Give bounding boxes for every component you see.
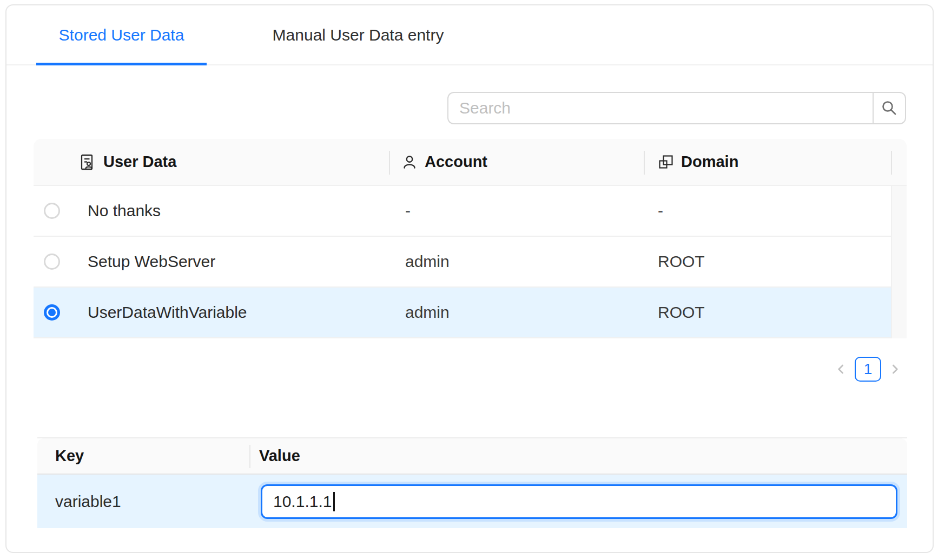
cell-user-data: No thanks [70, 202, 389, 220]
column-header-value: Value [249, 438, 300, 474]
person-icon [401, 154, 418, 170]
pagination-previous-button[interactable] [832, 358, 850, 381]
column-label-user-data: User Data [103, 153, 176, 171]
variables-table-header: Key Value [37, 438, 907, 475]
column-label-domain: Domain [681, 153, 738, 171]
tab-stored-user-data[interactable]: Stored User Data [36, 5, 207, 64]
cell-account: admin [389, 303, 644, 322]
overlapping-squares-icon [658, 154, 674, 170]
chevron-right-icon [888, 362, 902, 376]
cell-domain: ROOT [644, 252, 875, 271]
search-bar [447, 92, 906, 124]
cell-user-data: Setup WebServer [70, 252, 389, 271]
header-scrollbar-spacer [891, 139, 907, 185]
variable-value-input[interactable]: 10.1.1.1 [261, 484, 897, 519]
variables-table: Key Value variable1 10.1.1.1 [37, 437, 907, 528]
user-data-dialog: Stored User Data Manual User Data entry [5, 4, 934, 553]
text-cursor [333, 492, 335, 511]
column-header-account: Account [389, 139, 644, 185]
user-data-document-icon [79, 154, 96, 171]
radio-selected[interactable] [44, 304, 60, 321]
search-input[interactable] [447, 92, 873, 124]
table-row-setup-webserver[interactable]: Setup WebServer admin ROOT [34, 237, 907, 288]
table-scrollbar-track[interactable] [891, 186, 907, 338]
cell-user-data: UserDataWithVariable [70, 303, 389, 322]
column-header-key: Key [37, 447, 249, 465]
chevron-left-icon [834, 362, 848, 376]
cell-domain: ROOT [644, 303, 875, 322]
table-row-userdatawithvariable[interactable]: UserDataWithVariable admin ROOT [34, 288, 907, 338]
cell-domain: - [644, 202, 875, 220]
column-header-user-data: User Data [34, 139, 389, 185]
pagination-next-button[interactable] [886, 358, 904, 381]
cell-account: admin [389, 252, 644, 271]
pagination-page-1[interactable]: 1 [855, 357, 881, 382]
table-row-no-thanks[interactable]: No thanks - - [34, 186, 907, 237]
tab-bar: Stored User Data Manual User Data entry [6, 5, 933, 65]
search-button[interactable] [873, 92, 906, 124]
variable-row: variable1 10.1.1.1 [37, 475, 907, 528]
tab-manual-user-data-entry[interactable]: Manual User Data entry [261, 5, 455, 64]
active-tab-indicator [36, 63, 207, 65]
column-header-domain: Domain [644, 139, 891, 185]
variable-key-label: variable1 [37, 492, 249, 511]
user-data-table: User Data Account Domain [34, 139, 907, 338]
user-data-table-header: User Data Account Domain [34, 139, 907, 186]
user-data-table-body: No thanks - - Setup WebServer admin ROOT… [34, 186, 907, 338]
column-label-account: Account [425, 153, 487, 171]
radio-unselected[interactable] [44, 254, 60, 270]
cell-account: - [389, 202, 644, 220]
variable-value-text: 10.1.1.1 [273, 492, 332, 511]
radio-unselected[interactable] [44, 203, 60, 219]
magnifier-icon [881, 99, 898, 117]
